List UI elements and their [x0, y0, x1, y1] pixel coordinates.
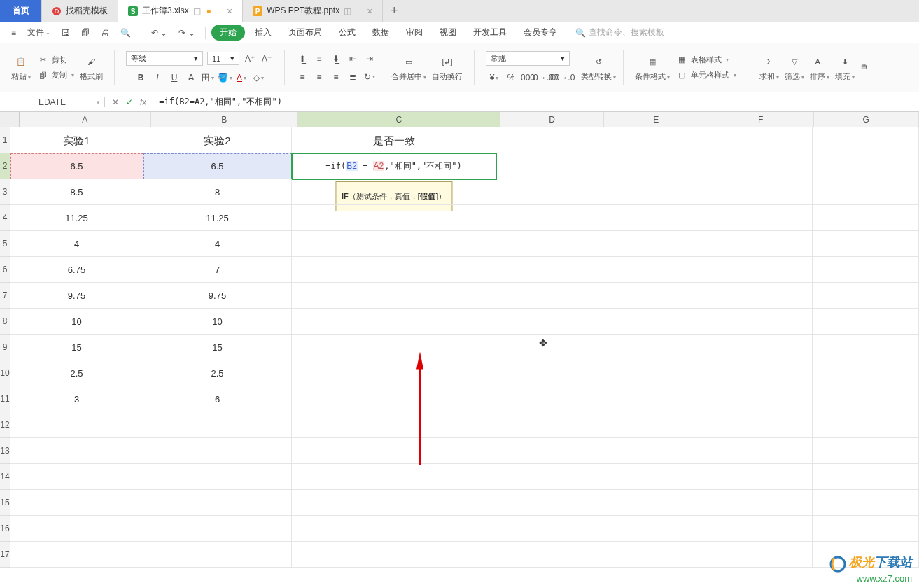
- cell[interactable]: [813, 127, 919, 153]
- cell[interactable]: [813, 516, 919, 542]
- print-icon[interactable]: 🖨: [97, 27, 113, 39]
- cell[interactable]: [496, 231, 601, 257]
- cell[interactable]: 8.5: [10, 179, 143, 205]
- border-icon[interactable]: 田: [202, 71, 214, 84]
- cell[interactable]: 实验2: [143, 127, 292, 153]
- col-header-c[interactable]: C: [298, 112, 500, 127]
- tab-home[interactable]: 首页: [0, 0, 42, 22]
- col-header-a[interactable]: A: [20, 112, 151, 127]
- cell[interactable]: [601, 438, 706, 464]
- cell[interactable]: [813, 490, 919, 516]
- cell[interactable]: 7: [143, 257, 292, 283]
- fx-icon[interactable]: fx: [140, 97, 146, 107]
- bold-icon[interactable]: B: [134, 71, 147, 84]
- name-box[interactable]: EDATE: [0, 97, 105, 107]
- align-bottom-icon[interactable]: ⬇̲: [330, 52, 342, 65]
- cell[interactable]: [496, 490, 601, 516]
- tab-developer[interactable]: 开发工具: [466, 24, 514, 41]
- align-center-icon[interactable]: ≡: [313, 71, 325, 83]
- increase-font-icon[interactable]: A⁺: [244, 52, 256, 65]
- currency-icon[interactable]: ¥: [488, 71, 500, 84]
- row-header[interactable]: 1: [0, 127, 10, 153]
- cell[interactable]: 6.5: [143, 153, 292, 179]
- cell[interactable]: [292, 309, 496, 335]
- cell[interactable]: [292, 283, 496, 309]
- format-painter-button[interactable]: 🖌格式刷: [80, 53, 103, 82]
- cell[interactable]: [292, 257, 496, 283]
- cell[interactable]: [496, 360, 601, 386]
- tab-templates[interactable]: D 找稻壳模板: [42, 0, 118, 22]
- col-header-f[interactable]: F: [708, 112, 814, 127]
- cell[interactable]: 15: [143, 335, 292, 360]
- cell[interactable]: [601, 412, 706, 438]
- redo-button[interactable]: ↷ ⌄: [174, 27, 199, 39]
- cell[interactable]: [292, 412, 496, 438]
- align-justify-icon[interactable]: ≣: [346, 71, 359, 83]
- cell[interactable]: 8: [143, 179, 292, 205]
- cell[interactable]: [706, 490, 813, 516]
- cell[interactable]: =if(B2 = A2,"相同","不相同")IF（测试条件，真值，[假值]）: [292, 153, 496, 179]
- underline-icon[interactable]: U: [168, 71, 181, 84]
- cell[interactable]: 6: [143, 386, 292, 412]
- sum-button[interactable]: Σ求和: [759, 53, 779, 82]
- cell[interactable]: [496, 257, 601, 283]
- row-header[interactable]: 4: [0, 205, 10, 231]
- row-header[interactable]: 13: [0, 438, 10, 464]
- row-header[interactable]: 6: [0, 257, 10, 283]
- cell[interactable]: [601, 360, 706, 386]
- cell[interactable]: 2.5: [143, 360, 292, 386]
- number-format-combo[interactable]: 常规▾: [486, 51, 570, 66]
- cell[interactable]: 9.75: [143, 283, 292, 309]
- row-header[interactable]: 17: [0, 542, 10, 568]
- cell[interactable]: 3: [10, 386, 143, 412]
- row-header[interactable]: 2: [0, 153, 10, 179]
- tab-review[interactable]: 审阅: [399, 24, 430, 41]
- cell[interactable]: [706, 153, 813, 179]
- cell[interactable]: [813, 309, 919, 335]
- tab-formulas[interactable]: 公式: [332, 24, 363, 41]
- cell[interactable]: [292, 542, 496, 568]
- cell[interactable]: [496, 542, 601, 568]
- cell[interactable]: [292, 205, 496, 231]
- cell[interactable]: [496, 205, 601, 231]
- italic-icon[interactable]: I: [151, 71, 164, 84]
- cell[interactable]: [10, 438, 143, 464]
- cell[interactable]: 15: [10, 335, 143, 360]
- cell[interactable]: [706, 309, 813, 335]
- cell[interactable]: [496, 438, 601, 464]
- single-button[interactable]: 单: [860, 62, 868, 73]
- cell[interactable]: [601, 335, 706, 360]
- row-header[interactable]: 14: [0, 464, 10, 490]
- cell[interactable]: [601, 542, 706, 568]
- col-header-d[interactable]: D: [500, 112, 605, 127]
- tab-ppt[interactable]: P WPS PPT教程.pptx ◫ ×: [243, 0, 383, 22]
- cell[interactable]: [706, 386, 813, 412]
- cancel-formula-icon[interactable]: ✕: [112, 97, 119, 107]
- cond-format-button[interactable]: ▦条件格式: [635, 53, 670, 82]
- cell[interactable]: [813, 438, 919, 464]
- fill-button[interactable]: ⬇填充: [835, 53, 855, 82]
- cell[interactable]: [143, 412, 292, 438]
- save-as-icon[interactable]: 🗐: [77, 27, 94, 39]
- cell[interactable]: 6.5: [10, 153, 143, 179]
- new-tab-button[interactable]: +: [383, 0, 405, 22]
- cell[interactable]: [813, 283, 919, 309]
- row-header[interactable]: 8: [0, 309, 10, 335]
- tab-insert[interactable]: 插入: [248, 24, 279, 41]
- paste-button[interactable]: 📋粘贴: [11, 53, 31, 82]
- copy-button[interactable]: 🗐复制: [36, 69, 74, 82]
- cut-button[interactable]: ✂剪切: [36, 54, 74, 66]
- cell[interactable]: 4: [10, 231, 143, 257]
- cell[interactable]: [496, 386, 601, 412]
- cell[interactable]: [143, 464, 292, 490]
- percent-icon[interactable]: %: [505, 71, 517, 84]
- clear-format-icon[interactable]: ◇: [252, 71, 265, 84]
- cell[interactable]: [496, 516, 601, 542]
- tab-member[interactable]: 会员专享: [517, 24, 564, 41]
- cell[interactable]: [706, 438, 813, 464]
- cell[interactable]: [10, 542, 143, 568]
- cell[interactable]: [706, 516, 813, 542]
- wrap-button[interactable]: [↲]自动换行: [432, 53, 463, 82]
- font-size-combo[interactable]: 11▾: [207, 52, 239, 65]
- file-menu[interactable]: 文件 ⌄: [23, 25, 55, 40]
